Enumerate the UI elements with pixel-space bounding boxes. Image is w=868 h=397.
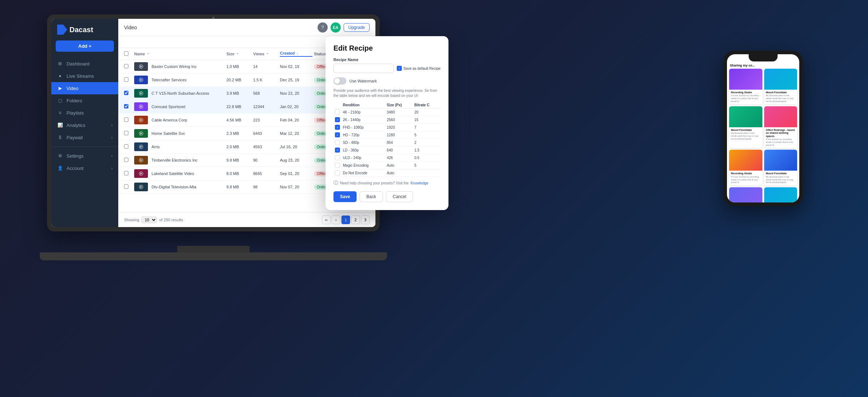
- col-header-name[interactable]: Name ⌃: [134, 52, 225, 56]
- user-avatar[interactable]: EA: [331, 22, 341, 33]
- rendition-bitrate-8: [413, 169, 441, 177]
- rendition-checkbox-4[interactable]: [335, 140, 340, 145]
- rendition-check-1[interactable]: ✓: [333, 116, 341, 124]
- save-default-checkbox[interactable]: ✓: [397, 66, 402, 71]
- sidebar-item-playlists[interactable]: ≡ Playlists: [51, 107, 118, 119]
- add-button[interactable]: Add +: [56, 40, 114, 52]
- row-check-input-6[interactable]: [124, 131, 128, 135]
- sidebar-item-live-streams[interactable]: ● Live Streams: [51, 70, 118, 82]
- phone-card-subtitle-5: My favourite place in the whole world th…: [766, 176, 796, 184]
- row-checkbox-3[interactable]: [124, 91, 133, 96]
- phone-card-info-3: Office Redesign - based on shared workin…: [764, 127, 797, 148]
- row-views-4: 12344: [253, 104, 278, 109]
- rendition-check-2[interactable]: ✓: [333, 124, 341, 131]
- row-checkbox-6[interactable]: [124, 131, 133, 136]
- row-checkbox-9[interactable]: [124, 171, 133, 176]
- knowledge-link[interactable]: Knowledge: [410, 181, 428, 185]
- sidebar: Dacast Add + ⊞ Dashboard ● Live Streams …: [51, 19, 118, 227]
- grid-icon: ⊞: [57, 61, 63, 67]
- rendition-checkbox-7[interactable]: [335, 163, 340, 168]
- page-1-button[interactable]: 1: [341, 215, 350, 224]
- rendition-check-3[interactable]: ✓: [333, 131, 341, 139]
- rendition-checkbox-5[interactable]: ✓: [335, 148, 340, 153]
- rendition-checkbox-0[interactable]: [335, 110, 340, 115]
- rendition-check-6[interactable]: [333, 154, 341, 162]
- upgrade-button[interactable]: Upgrade: [344, 23, 370, 32]
- rendition-check-0[interactable]: [333, 108, 341, 116]
- rendition-checkbox-8[interactable]: [335, 170, 340, 175]
- row-check-input-10[interactable]: [124, 184, 128, 189]
- sort-icon-views: ⌃: [266, 53, 269, 56]
- row-thumbnail-7: [134, 142, 148, 151]
- rendition-checkbox-3[interactable]: ✓: [335, 132, 340, 137]
- row-thumbnail-8: [134, 156, 148, 165]
- col-header-created[interactable]: Created ↓: [280, 51, 312, 57]
- row-checkbox-1[interactable]: [124, 64, 133, 69]
- phone-card-title-3: Office Redesign - based on shared workin…: [766, 129, 796, 138]
- sidebar-item-settings[interactable]: ⚙ Settings ›: [51, 150, 118, 162]
- row-checkbox-7[interactable]: [124, 144, 133, 149]
- save-button[interactable]: Save: [333, 191, 357, 202]
- row-created-5: Feb 04, 20: [280, 118, 312, 122]
- row-views-5: 223: [253, 118, 278, 122]
- select-all-checkbox[interactable]: [124, 51, 133, 56]
- row-checkbox-2[interactable]: [124, 77, 133, 82]
- prev-btn[interactable]: ‹: [332, 215, 340, 224]
- phone: Sharing my co... Recording Studio If a t…: [723, 51, 803, 206]
- row-created-8: Aug 23, 20: [280, 158, 312, 162]
- phone-card-image-4: [729, 150, 762, 171]
- row-check-input-9[interactable]: [124, 171, 128, 175]
- per-page-select[interactable]: 10 25 50: [141, 217, 157, 223]
- sidebar-item-paywall[interactable]: $ Paywall ›: [51, 131, 118, 144]
- row-check-input-4[interactable]: [124, 104, 128, 108]
- gear-icon: ⚙: [57, 153, 63, 159]
- sidebar-item-account[interactable]: 👤 Account ›: [51, 162, 118, 174]
- phone-card: Mount Forestlake My favourite place in t…: [764, 69, 797, 104]
- row-checkbox-5[interactable]: [124, 118, 133, 123]
- select-all-input[interactable]: [124, 51, 128, 56]
- watermark-toggle[interactable]: [333, 77, 346, 85]
- list-icon: ≡: [57, 110, 63, 116]
- rendition-check-7[interactable]: [333, 162, 341, 169]
- save-default-label[interactable]: ✓ Save as default Recipe: [397, 66, 441, 71]
- row-check-input-5[interactable]: [124, 118, 128, 122]
- rendition-check-4[interactable]: [333, 139, 341, 146]
- rendition-name-6: ULD - 240p: [341, 154, 385, 162]
- row-thumbnail-2: [134, 76, 148, 84]
- page-2-button[interactable]: 2: [351, 215, 360, 224]
- row-check-input-8[interactable]: [124, 158, 128, 162]
- row-thumbnail-3: [134, 89, 148, 98]
- prev-page-button[interactable]: ‹‹: [322, 215, 331, 224]
- cancel-button[interactable]: Cancel: [386, 191, 413, 202]
- row-check-input-7[interactable]: [124, 144, 128, 149]
- col-header-size[interactable]: Size ⌃: [226, 52, 252, 56]
- recipe-name-input[interactable]: Johanna's Recipe: [333, 64, 394, 73]
- watermark-label: Use Watermark: [349, 79, 377, 83]
- help-button[interactable]: ?: [318, 22, 328, 33]
- rendition-checkbox-2[interactable]: ✓: [335, 125, 340, 130]
- sidebar-item-label-account: Account: [67, 166, 84, 171]
- row-views-1: 14: [253, 64, 278, 69]
- page-3-button[interactable]: 3: [361, 215, 370, 224]
- rendition-checkbox-6[interactable]: [335, 155, 340, 160]
- row-thumbnail-9: [134, 169, 148, 178]
- rendition-check-5[interactable]: ✓: [333, 146, 341, 154]
- row-checkbox-8[interactable]: [124, 158, 133, 163]
- row-name-3: C T V15-North Suburban Access: [152, 91, 225, 95]
- col-header-views[interactable]: Views ⌃: [253, 52, 278, 56]
- sidebar-item-folders[interactable]: ▢ Folders: [51, 94, 118, 107]
- sidebar-item-analytics[interactable]: 📊 Analytics ›: [51, 119, 118, 131]
- row-check-input-2[interactable]: [124, 77, 128, 82]
- row-checkbox-10[interactable]: [124, 184, 133, 189]
- rendition-bitrate-0: 20: [413, 108, 441, 116]
- row-check-input-1[interactable]: [124, 64, 128, 68]
- row-checkbox-4[interactable]: [124, 104, 133, 109]
- sort-icon-size: ⌃: [236, 53, 239, 56]
- rendition-check-8[interactable]: [333, 169, 341, 177]
- row-created-7: Jul 16, 20: [280, 145, 312, 149]
- row-check-input-3[interactable]: [124, 91, 128, 95]
- rendition-checkbox-1[interactable]: ✓: [335, 117, 340, 122]
- sidebar-item-dashboard[interactable]: ⊞ Dashboard: [51, 57, 118, 70]
- back-button[interactable]: Back: [359, 191, 383, 202]
- sidebar-item-video[interactable]: ▶ Video: [51, 82, 118, 94]
